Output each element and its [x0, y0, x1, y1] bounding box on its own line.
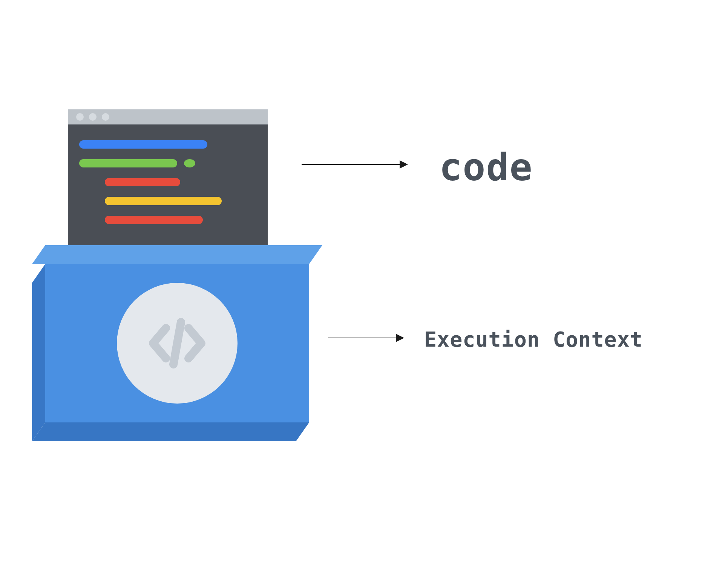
- code-line: [79, 140, 256, 149]
- code-line: [79, 159, 256, 167]
- code-brackets-emblem: [117, 283, 238, 404]
- label-code: code: [439, 145, 533, 189]
- window-dot-icon: [76, 113, 84, 121]
- code-brackets-icon: [139, 305, 215, 381]
- box-top-lip: [32, 245, 322, 264]
- box-side-bottom: [32, 422, 309, 441]
- code-window-body: [68, 124, 268, 266]
- window-dot-icon: [89, 113, 97, 121]
- box-front: [45, 264, 309, 422]
- execution-context-box: [32, 245, 322, 441]
- label-execution-context: Execution Context: [424, 327, 643, 352]
- code-window-titlebar: [68, 109, 268, 124]
- box-side-left: [32, 264, 45, 441]
- window-dot-icon: [102, 113, 109, 121]
- code-window: [68, 109, 268, 266]
- code-line: [79, 216, 256, 224]
- arrow-to-code: [302, 164, 407, 165]
- code-line: [79, 178, 256, 186]
- code-line: [79, 197, 256, 205]
- arrow-to-execution-context: [328, 338, 403, 338]
- diagram-canvas: code Execution Context: [0, 0, 728, 568]
- svg-line-0: [173, 322, 181, 364]
